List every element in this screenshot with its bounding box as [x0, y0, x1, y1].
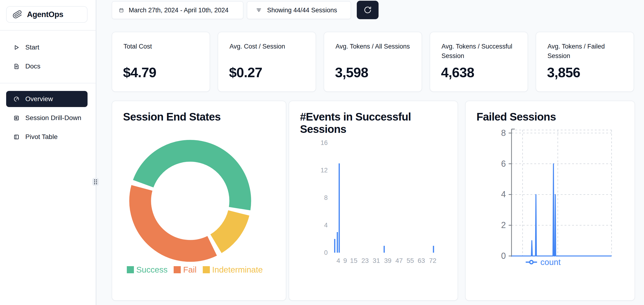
sidebar-item-label: Start — [25, 44, 39, 51]
x-tick-label: 31 — [373, 257, 380, 264]
events-bar-chart: 1612840491523313947556372 — [289, 101, 458, 301]
y-tick-label: 0 — [324, 249, 328, 256]
sidebar-item-label: Pivot Table — [25, 133, 58, 141]
refresh-icon — [364, 6, 372, 14]
y-tick-label: 8 — [501, 128, 506, 138]
stat-card-total-cost: Total Cost $4.79 — [112, 32, 210, 92]
filter-lines-icon — [256, 7, 262, 13]
agentops-logo-icon — [13, 10, 22, 19]
x-tick-label: 23 — [361, 257, 368, 264]
donut-legend: SuccessFailIndeterminate — [127, 265, 263, 274]
legend-swatch — [203, 266, 210, 273]
sidebar-item-pivot-table[interactable]: Pivot Table — [6, 129, 88, 145]
donut-slice-fail — [140, 188, 212, 251]
stat-card-avg-cost-session: Avg. Cost / Session $0.27 — [218, 32, 316, 92]
events-in-successful-sessions-card: #Events in Successful Sessions 161284049… — [289, 101, 458, 301]
sessions-filter-label: Showing 44/44 Sessions — [267, 7, 337, 14]
y-tick-label: 4 — [501, 189, 506, 199]
sidebar-resize-handle[interactable] — [92, 178, 99, 186]
stat-label: Avg. Tokens / All Sessions — [336, 42, 410, 51]
y-tick-label: 12 — [320, 167, 328, 174]
date-range-button[interactable]: March 27th, 2024 - April 10th, 2024 — [112, 1, 244, 19]
sidebar-item-label: Session Drill-Down — [25, 114, 82, 122]
y-tick-label: 2 — [501, 220, 506, 230]
y-tick-label: 4 — [324, 222, 328, 229]
count-legend-marker — [525, 259, 538, 265]
stat-value: 3,856 — [547, 64, 580, 80]
x-tick-label: 4 — [336, 257, 340, 264]
calendar-icon — [119, 8, 124, 13]
date-range-label: March 27th, 2024 - April 10th, 2024 — [129, 7, 228, 14]
donut-slice-indeterminate — [216, 213, 239, 244]
stat-card-avg-tokens-all: Avg. Tokens / All Sessions 3,598 — [324, 32, 422, 92]
sidebar-item-label: Docs — [25, 63, 40, 70]
legend-label: Success — [136, 265, 168, 274]
legend-item-fail[interactable]: Fail — [174, 265, 196, 274]
panel-split-icon — [13, 134, 20, 140]
sidebar-item-docs[interactable]: Docs — [6, 58, 88, 74]
legend-item-success[interactable]: Success — [127, 265, 168, 274]
list-box-icon — [13, 115, 20, 121]
docs-icon — [13, 63, 20, 70]
stat-label: Avg. Tokens / Successful Session — [442, 42, 516, 61]
stat-value: $0.27 — [229, 64, 262, 80]
legend-swatch — [127, 266, 134, 273]
bar-value-3 — [337, 232, 338, 253]
bar-value-13 — [338, 163, 340, 253]
donut-slice-success — [143, 151, 240, 209]
y-tick-label: 16 — [320, 139, 328, 146]
failed-sessions-line-chart: 86420 — [466, 101, 636, 301]
count-legend-label: count — [540, 257, 561, 267]
stat-label: Avg. Cost / Session — [230, 42, 304, 51]
stat-value: 4,638 — [441, 64, 474, 80]
legend-label: Indeterminate — [212, 265, 263, 274]
grip-dots-icon — [94, 179, 97, 184]
bar-value-1 — [384, 246, 385, 253]
bar-value-2 — [334, 239, 335, 253]
x-tick-label: 15 — [350, 257, 358, 264]
logo-label: AgentOps — [27, 10, 64, 19]
legend-point — [530, 260, 533, 264]
x-tick-label: 72 — [429, 257, 436, 264]
stat-value: 3,598 — [335, 64, 368, 80]
agentops-dashboard: AgentOps Start Docs Overview — [0, 0, 644, 305]
sidebar-item-start[interactable]: Start — [6, 39, 88, 55]
refresh-button[interactable] — [357, 1, 378, 19]
failed-sessions-card: Failed Sessions 86420 count — [465, 101, 635, 301]
y-tick-label: 0 — [501, 251, 506, 261]
stat-card-avg-tokens-failed: Avg. Tokens / Failed Session 3,856 — [536, 32, 634, 92]
sidebar: AgentOps Start Docs Overview — [0, 0, 96, 305]
sessions-filter-button[interactable]: Showing 44/44 Sessions — [247, 1, 351, 19]
stat-label: Total Cost — [124, 42, 198, 51]
count-series-line — [512, 164, 612, 256]
session-end-states-card: Session End States SuccessFailIndetermin… — [112, 101, 286, 301]
play-icon — [13, 44, 20, 51]
sidebar-item-session-drill-down[interactable]: Session Drill-Down — [6, 110, 88, 126]
stat-label: Avg. Tokens / Failed Session — [548, 42, 622, 61]
y-tick-label: 8 — [324, 194, 328, 201]
stat-card-avg-tokens-successful: Avg. Tokens / Successful Session 4,638 — [430, 32, 528, 92]
stat-value: $4.79 — [123, 64, 156, 80]
sidebar-item-overview[interactable]: Overview — [6, 91, 88, 107]
x-tick-label: 9 — [343, 257, 347, 264]
x-tick-label: 39 — [384, 257, 391, 264]
legend-item-indeterminate[interactable]: Indeterminate — [203, 265, 263, 274]
count-series-legend[interactable]: count — [525, 257, 561, 267]
bar-value-1 — [433, 246, 434, 253]
sidebar-item-label: Overview — [25, 95, 53, 103]
legend-label: Fail — [183, 265, 196, 274]
gauge-icon — [13, 96, 20, 102]
legend-swatch — [174, 266, 181, 273]
logo-card[interactable]: AgentOps — [6, 6, 88, 23]
sidebar-divider — [0, 30, 96, 31]
sidebar-divider — [0, 83, 96, 83]
x-tick-label: 63 — [418, 257, 425, 264]
y-tick-label: 6 — [501, 159, 506, 169]
x-tick-label: 47 — [395, 257, 403, 264]
x-tick-label: 55 — [406, 257, 414, 264]
